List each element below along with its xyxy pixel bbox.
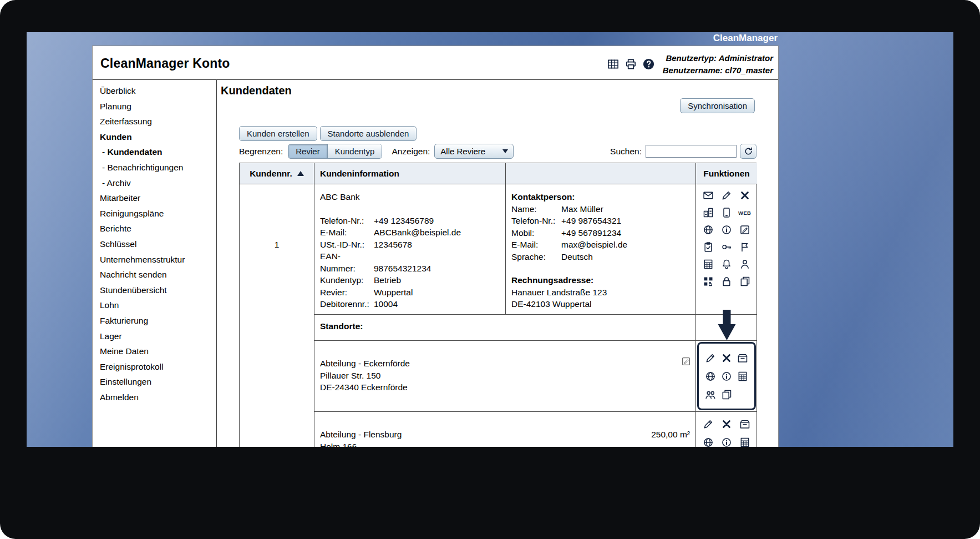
info-icon[interactable]	[721, 437, 732, 447]
info-icon[interactable]	[721, 224, 732, 235]
contact-cell: Kontaktperson: Name:Max Müller Telefon-N…	[506, 184, 696, 315]
column-header-kundeninformation: Kundeninformation	[314, 163, 506, 184]
globe-icon[interactable]	[703, 437, 714, 447]
edit-icon[interactable]	[705, 352, 716, 364]
field-label: USt.-ID-Nr.:	[320, 239, 374, 251]
sidebar-item-unternehmensstruktur[interactable]: Unternehmensstruktur	[93, 252, 216, 268]
sidebar-item-abmelden[interactable]: Abmelden	[93, 390, 216, 405]
web-link[interactable]: WEB	[737, 207, 753, 218]
sidebar-item-zeiterfassung[interactable]: Zeiterfassung	[93, 114, 216, 129]
search-input[interactable]	[646, 145, 737, 158]
mobile-icon[interactable]	[721, 207, 732, 218]
people-icon[interactable]	[705, 389, 716, 400]
hide-sites-button[interactable]: Standorte ausblenden	[320, 126, 417, 141]
edit-icon[interactable]	[703, 419, 714, 430]
sidebar-item-benachrichtigungen[interactable]: - Benachrichtigungen	[93, 160, 216, 175]
customer-number: 1	[275, 240, 280, 250]
help-icon[interactable]	[642, 58, 655, 70]
customer-name: ABC Bank	[320, 191, 500, 203]
flag-icon[interactable]	[739, 241, 750, 253]
location-line: Abteilung - Eckernförde	[320, 357, 690, 370]
sidebar-item-stundenuebersicht[interactable]: Stundenübersicht	[93, 283, 216, 298]
search-label: Suchen:	[610, 147, 642, 157]
revier-filter-button[interactable]: Revier	[288, 144, 327, 158]
page-title: Kundendaten	[221, 84, 292, 97]
note-icon[interactable]	[681, 356, 691, 366]
sidebar-item-reinigungsplaene[interactable]: Reinigungspläne	[93, 206, 216, 221]
print-icon[interactable]	[624, 58, 637, 70]
field-row: Kundentyp:Betrieb	[320, 274, 500, 286]
contact-row: E-Mail:max@beispiel.de	[511, 239, 690, 251]
sidebar-item-planung[interactable]: Planung	[93, 99, 216, 114]
field-value: +49 567891234	[561, 227, 621, 239]
kundentyp-filter-button[interactable]: Kundentyp	[327, 144, 382, 158]
sidebar-item-lohn[interactable]: Lohn	[93, 298, 216, 313]
lock-icon[interactable]	[721, 276, 732, 287]
field-label: Kundentyp:	[320, 274, 374, 286]
field-label: Telefon-Nr.:	[320, 215, 374, 227]
location-area: 250,00 m²	[651, 429, 690, 441]
refresh-button[interactable]	[740, 144, 756, 159]
delete-icon[interactable]	[721, 352, 732, 364]
field-label: EAN-Nummer:	[320, 250, 374, 274]
create-customer-button[interactable]: Kunden erstellen	[239, 126, 317, 141]
sidebar-item-kundendaten[interactable]: - Kundendaten	[93, 144, 216, 160]
sidebar-item-fakturierung[interactable]: Fakturierung	[93, 313, 216, 329]
sidebar-item-einstellungen[interactable]: Einstellungen	[93, 374, 216, 390]
sidebar-item-mitarbeiter[interactable]: Mitarbeiter	[93, 190, 216, 206]
calculator-icon[interactable]	[703, 259, 714, 270]
delete-icon[interactable]	[721, 419, 732, 430]
mail-icon[interactable]	[703, 190, 714, 201]
customer-number-cell: 1	[240, 184, 314, 447]
documents-icon[interactable]	[721, 389, 732, 400]
synchronisation-button[interactable]: Synchronisation	[680, 98, 755, 113]
bell-icon[interactable]	[721, 259, 732, 270]
documents-icon[interactable]	[739, 276, 750, 287]
globe-icon[interactable]	[705, 371, 716, 382]
field-label: Name:	[511, 203, 561, 215]
sidebar-item-ueberblick[interactable]: Überblick	[93, 83, 216, 99]
delete-icon[interactable]	[739, 190, 750, 201]
brand-text: CleanManager	[713, 33, 778, 44]
archive-box-icon[interactable]	[739, 419, 750, 430]
field-label: Telefon-Nr.:	[511, 215, 561, 227]
person-icon[interactable]	[739, 259, 750, 270]
qr-code-icon[interactable]	[703, 276, 714, 287]
app-window: CleanManager Konto Benutzertyp: Administ…	[92, 46, 779, 447]
sidebar-item-schluessel[interactable]: Schlüssel	[93, 236, 216, 252]
anzeigen-select[interactable]: Alle Reviere	[434, 144, 514, 159]
archive-box-icon[interactable]	[737, 352, 748, 364]
edit-icon[interactable]	[721, 190, 732, 201]
globe-icon[interactable]	[703, 224, 714, 235]
user-name: Benutzername: cl70_master	[663, 64, 773, 77]
billing-heading: Rechnungsadresse:	[511, 274, 690, 286]
column-header-funktionen: Funktionen	[696, 163, 757, 184]
sort-asc-icon[interactable]	[297, 171, 304, 176]
customer-info-cell: ABC Bank Telefon-Nr.:+49 123456789 E-Mai…	[314, 184, 506, 315]
sidebar-item-kunden[interactable]: Kunden	[93, 129, 216, 145]
sidebar-item-nachricht-senden[interactable]: Nachricht senden	[93, 267, 216, 283]
field-value: Wuppertal	[374, 286, 413, 299]
buildings-icon[interactable]	[703, 207, 714, 218]
user-meta: Benutzertyp: Administrator Benutzername:…	[663, 52, 773, 76]
info-icon[interactable]	[721, 371, 732, 382]
funktionen-header-label: Funktionen	[703, 169, 750, 179]
sidebar-item-lager[interactable]: Lager	[93, 329, 216, 344]
sidebar-item-berichte[interactable]: Berichte	[93, 221, 216, 236]
sidebar-item-archiv[interactable]: - Archiv	[93, 175, 216, 191]
sidebar-item-meine-daten[interactable]: Meine Daten	[93, 344, 216, 359]
field-row: Telefon-Nr.:+49 123456789	[320, 215, 500, 227]
limit-label: Begrenzen:	[239, 147, 283, 157]
highlighted-function-box	[697, 342, 756, 410]
calculator-icon[interactable]	[737, 371, 748, 382]
kundennr-header-label: Kundennr.	[250, 169, 292, 179]
clipboard-check-icon[interactable]	[703, 241, 714, 253]
sidebar-item-ereignisprotokoll[interactable]: Ereignisprotokoll	[93, 359, 216, 375]
key-icon[interactable]	[721, 241, 732, 253]
table-icon[interactable]	[607, 58, 620, 70]
calculator-icon[interactable]	[739, 437, 750, 447]
column-header-kundennr[interactable]: Kundennr.	[240, 163, 314, 184]
show-label: Anzeigen:	[392, 147, 430, 157]
toolbar: Kunden erstellen Standorte ausblenden	[239, 126, 417, 141]
note-edit-icon[interactable]	[739, 224, 750, 235]
